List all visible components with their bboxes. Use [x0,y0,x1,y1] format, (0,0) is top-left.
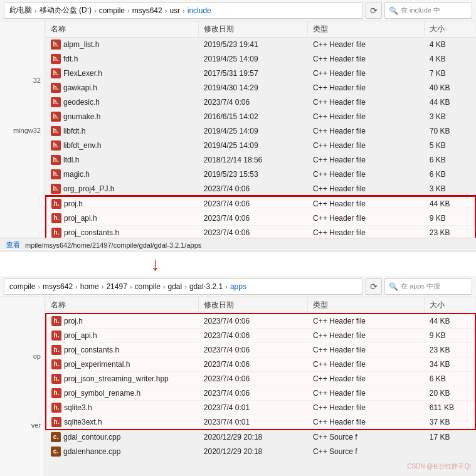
top-file-list: 名称 修改日期 类型 大小 h. alpm_list.h 2019/5/23 [45,21,476,238]
table-row[interactable]: h. geodesic.h 2023/7/4 0:06 C++ Header f… [46,95,475,110]
bottom-address-bar: compile › msys642 › home › 21497 › compi… [0,276,476,297]
header-file-icon: h. [51,155,61,165]
highlighted-table-row[interactable]: h. proj.h 2023/7/4 0:06 C++ Header file … [46,196,475,211]
header-file-icon: h. [51,97,61,107]
header-file-icon: h. [51,417,61,427]
file-icon: c. [51,447,61,457]
header-file-icon: h. [51,112,61,122]
header-file-icon: h. [51,126,61,136]
refresh-button[interactable]: ⟳ [366,3,382,19]
bc-msys[interactable]: msys642 [132,6,162,15]
sidebar-label-mingw32: mingw32 [0,124,45,137]
col-header-type[interactable]: 类型 [308,21,425,38]
bc-drive[interactable]: 移动办公盘 (D:) [40,5,92,16]
bottom-file-section: op ver 名称 修改日期 类型 大小 [0,297,476,476]
top-left-sidebar: 32 mingw32 [0,21,45,238]
path-text: mpile/msys642/home/21497/compile/gdal/gd… [25,241,201,249]
bottom-highlighted-table-row[interactable]: h. sqlite3ext.h 2023/7/4 0:01 C++ Header… [46,415,475,430]
top-address-bar: 此电脑 › 移动办公盘 (D:) › compile › msys642 › u… [0,0,476,21]
highlighted-table-row[interactable]: h. proj_constants.h 2023/7/4 0:06 C++ He… [46,226,475,238]
path-annotation-bar: 查看 mpile/msys642/home/21497/compile/gdal… [0,238,476,252]
top-file-table: 名称 修改日期 类型 大小 h. alpm_list.h 2019/5/23 [45,21,476,238]
bc-pc[interactable]: 此电脑 [9,5,32,16]
top-file-section: 32 mingw32 名称 修改日期 类型 大小 [0,21,476,238]
top-breadcrumb[interactable]: 此电脑 › 移动办公盘 (D:) › compile › msys642 › u… [4,3,363,19]
bottom-highlighted-table-row[interactable]: h. proj_symbol_rename.h 2023/7/4 0:06 C+… [46,386,475,401]
bc2-apps[interactable]: apps [230,282,246,291]
bc2-gdal[interactable]: gdal [168,282,182,291]
bottom-highlighted-table-row[interactable]: h. proj_constants.h 2023/7/4 0:06 C++ He… [46,343,475,357]
header-file-icon: h. [51,199,61,209]
header-file-icon: h. [51,169,61,179]
table-row[interactable]: h. libfdt.h 2019/4/25 14:09 C++ Header f… [46,124,475,139]
bottom-extra-file-rows: c. gdal_contour.cpp 2020/12/29 20:18 C++… [46,430,475,459]
view-label[interactable]: 查看 [6,240,20,250]
header-file-icon: h. [51,403,61,413]
table-row[interactable]: h. gawkapi.h 2019/4/30 14:29 C++ Header … [46,81,475,95]
bottom-table-header-row: 名称 修改日期 类型 大小 [46,297,475,314]
header-file-icon: h. [51,54,61,64]
top-regular-file-rows: h. alpm_list.h 2019/5/23 19:41 C++ Heade… [46,38,475,197]
table-header-row: 名称 修改日期 类型 大小 [46,21,475,38]
header-file-icon: h. [51,316,61,326]
bc2-home[interactable]: home [80,282,99,291]
bot-col-header-name[interactable]: 名称 [46,297,199,314]
col-header-size[interactable]: 大小 [425,21,475,38]
bottom-highlighted-table-row[interactable]: h. proj.h 2023/7/4 0:06 C++ Header file … [46,314,475,329]
bottom-highlighted-table-row[interactable]: h. proj_json_streaming_writer.hpp 2023/7… [46,372,475,386]
bottom-refresh-button[interactable]: ⟳ [366,278,382,295]
bottom-left-sidebar: op ver [0,297,45,476]
bottom-breadcrumb[interactable]: compile › msys642 › home › 21497 › compi… [4,278,363,295]
bottom-search-box[interactable]: 🔍 在 apps 中搜 [384,278,472,295]
bc2-gdal321[interactable]: gdal-3.2.1 [189,282,223,291]
header-file-icon: h. [51,388,61,398]
bottom-section: ↓ compile › msys642 › home › 21497 › com… [0,252,476,476]
bot-col-header-size[interactable]: 大小 [425,297,475,314]
bc2-21497[interactable]: 21497 [106,282,127,291]
bottom-highlighted-table-row[interactable]: h. sqlite3.h 2023/7/4 0:01 C++ Header fi… [46,401,475,415]
bc-usr[interactable]: usr [169,6,180,15]
bottom-highlighted-file-rows: h. proj.h 2023/7/4 0:06 C++ Header file … [46,314,475,430]
bc-compile[interactable]: compile [99,6,125,15]
table-row[interactable]: h. gnumake.h 2016/6/15 14:02 C++ Header … [46,110,475,124]
header-file-icon: h. [51,213,61,223]
bottom-extra-table-row[interactable]: c. gdal_contour.cpp 2020/12/29 20:18 C++… [46,430,475,445]
header-file-icon: h. [51,374,61,384]
table-row[interactable]: h. libfdt_env.h 2019/4/25 14:09 C++ Head… [46,139,475,153]
sidebar-label-32: 32 [0,74,45,87]
highlighted-table-row[interactable]: h. proj_api.h 2023/7/4 0:06 C++ Header f… [46,211,475,226]
bottom-file-list: 名称 修改日期 类型 大小 h. proj.h 2023/7/4 0:06 C+… [45,297,476,476]
header-file-icon: h. [51,331,61,341]
bc-include[interactable]: include [188,6,211,15]
arrow-row: ↓ [0,252,476,276]
bot-col-header-type[interactable]: 类型 [308,297,425,314]
bc2-compile2[interactable]: compile [134,282,160,291]
sidebar-label-ver: ver [0,419,45,431]
table-row[interactable]: h. alpm_list.h 2019/5/23 19:41 C++ Heade… [46,38,475,52]
bottom-extra-table-row[interactable]: c. gdalenhance.cpp 2020/12/29 20:18 C++ … [46,445,475,459]
col-header-date[interactable]: 修改日期 [199,21,308,38]
header-file-icon: h. [51,345,61,355]
table-row[interactable]: h. org_proj4_PJ.h 2023/7/4 0:06 C++ Head… [46,182,475,197]
bottom-highlighted-table-row[interactable]: h. proj_experimental.h 2023/7/4 0:06 C++… [46,357,475,372]
down-arrow-icon: ↓ [151,255,160,273]
table-row[interactable]: h. magic.h 2019/5/23 15:53 C++ Header fi… [46,167,475,182]
table-row[interactable]: h. FlexLexer.h 2017/5/31 19:57 C++ Heade… [46,66,475,81]
bottom-file-table: 名称 修改日期 类型 大小 h. proj.h 2023/7/4 0:06 C+… [45,297,476,459]
top-search-box[interactable]: 🔍 在 include 中 [384,3,472,19]
header-file-icon: h. [51,359,61,369]
header-file-icon: h. [51,68,61,78]
table-row[interactable]: h. ltdl.h 2018/12/14 18:56 C++ Header fi… [46,153,475,167]
header-file-icon: h. [51,140,61,151]
bc2-msys[interactable]: msys642 [43,282,73,291]
bc2-compile[interactable]: compile [9,282,35,291]
header-file-icon: h. [51,83,61,93]
bot-col-header-date[interactable]: 修改日期 [199,297,308,314]
table-row[interactable]: h. fdt.h 2019/4/25 14:09 C++ Header file… [46,52,475,66]
sidebar-label-op: op [0,350,45,362]
file-icon: c. [51,432,61,442]
col-header-name[interactable]: 名称 [46,21,199,38]
header-file-icon: h. [51,40,61,50]
bottom-highlighted-table-row[interactable]: h. proj_api.h 2023/7/4 0:06 C++ Header f… [46,329,475,343]
header-file-icon: h. [51,228,61,238]
